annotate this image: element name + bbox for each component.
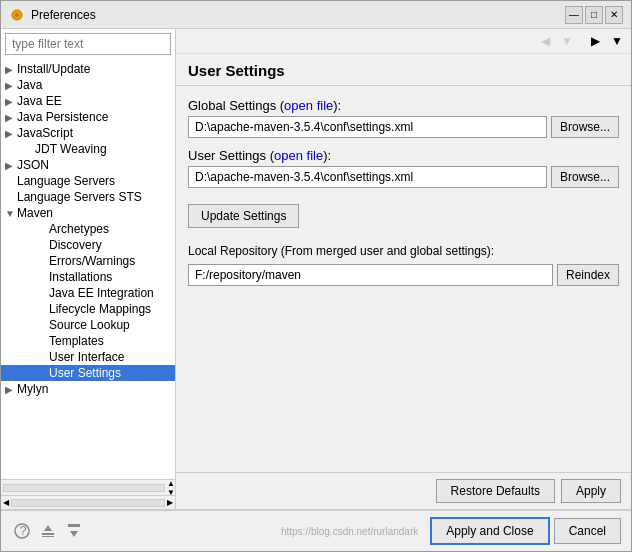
svg-marker-6 — [44, 525, 52, 531]
title-bar: Preferences — □ ✕ — [1, 1, 631, 29]
svg-rect-4 — [42, 533, 54, 535]
scroll-left[interactable]: ◀ — [1, 498, 11, 507]
sidebar-item-label: Java — [17, 78, 42, 92]
right-panel: ◀ ▼ ▶ ▼ User Settings Global Settings (o… — [176, 29, 631, 509]
sidebar-item-installations[interactable]: Installations — [1, 269, 175, 285]
sidebar-item-label: Mylyn — [17, 382, 48, 396]
svg-rect-7 — [68, 525, 80, 527]
sidebar-item-label: JavaScript — [17, 126, 73, 140]
sidebar-item-java-persistence[interactable]: ▶ Java Persistence — [1, 109, 175, 125]
url-hint: https://blog.csdn.net/rurlandark — [217, 526, 427, 537]
sidebar-item-label: Errors/Warnings — [49, 254, 135, 268]
sidebar-item-label: Templates — [49, 334, 104, 348]
window-icon — [9, 7, 25, 23]
svg-marker-9 — [70, 531, 78, 537]
svg-rect-8 — [68, 524, 80, 525]
sidebar-item-java-ee-integration[interactable]: Java EE Integration — [1, 285, 175, 301]
apply-close-button[interactable]: Apply and Close — [430, 517, 549, 545]
sidebar-item-discovery[interactable]: Discovery — [1, 237, 175, 253]
sidebar-item-user-interface[interactable]: User Interface — [1, 349, 175, 365]
export-icon[interactable] — [37, 520, 59, 542]
local-repo-section: Local Repository (From merged user and g… — [188, 244, 619, 286]
sidebar-item-java-ee[interactable]: ▶ Java EE — [1, 93, 175, 109]
window-title: Preferences — [31, 8, 565, 22]
import-icon[interactable] — [63, 520, 85, 542]
sidebar-item-label: Language Servers STS — [17, 190, 142, 204]
local-repo-input[interactable] — [188, 264, 553, 286]
sidebar-item-label: JSON — [17, 158, 49, 172]
user-settings-label: User Settings (open file): — [188, 148, 619, 163]
sidebar-item-label: Java Persistence — [17, 110, 108, 124]
user-settings-group: User Settings (open file): Browse... — [188, 148, 619, 188]
filter-input[interactable] — [5, 33, 171, 55]
dropdown-button[interactable]: ▼ — [557, 31, 577, 51]
svg-rect-5 — [42, 536, 54, 537]
user-settings-link[interactable]: open file — [274, 148, 323, 163]
svg-point-1 — [15, 13, 19, 17]
sidebar-item-label: Java EE Integration — [49, 286, 154, 300]
restore-defaults-button[interactable]: Restore Defaults — [436, 479, 555, 503]
forward-button[interactable]: ▶ — [585, 31, 605, 51]
bottom-bar: ? https://blog.csdn.net/rurlandark Apply — [1, 509, 631, 551]
sidebar-item-archetypes[interactable]: Archetypes — [1, 221, 175, 237]
sidebar-item-install-update[interactable]: ▶ Install/Update — [1, 61, 175, 77]
arrow-icon: ▶ — [5, 384, 17, 395]
sidebar-item-maven[interactable]: ▼ Maven — [1, 205, 175, 221]
sidebar-item-lifecycle-mappings[interactable]: Lifecycle Mappings — [1, 301, 175, 317]
sidebar-item-errors-warnings[interactable]: Errors/Warnings — [1, 253, 175, 269]
forward-dropdown-button[interactable]: ▼ — [607, 31, 627, 51]
back-button[interactable]: ◀ — [535, 31, 555, 51]
window-controls: — □ ✕ — [565, 6, 623, 24]
scroll-up[interactable]: ▲ — [167, 479, 175, 488]
global-settings-link[interactable]: open file — [284, 98, 333, 113]
reindex-button[interactable]: Reindex — [557, 264, 619, 286]
local-repo-label: Local Repository (From merged user and g… — [188, 244, 619, 258]
cancel-button[interactable]: Cancel — [554, 518, 621, 544]
sidebar-item-templates[interactable]: Templates — [1, 333, 175, 349]
sidebar-item-language-servers[interactable]: Language Servers — [1, 173, 175, 189]
sidebar-item-user-settings[interactable]: User Settings — [1, 365, 175, 381]
arrow-icon: ▼ — [5, 208, 17, 219]
sidebar-item-label: Discovery — [49, 238, 102, 252]
sidebar-item-mylyn[interactable]: ▶ Mylyn — [1, 381, 175, 397]
user-settings-browse-button[interactable]: Browse... — [551, 166, 619, 188]
arrow-icon: ▶ — [5, 80, 17, 91]
arrow-icon: ▶ — [5, 64, 17, 75]
minimize-button[interactable]: — — [565, 6, 583, 24]
arrow-icon: ▶ — [5, 128, 17, 139]
sidebar-item-javascript[interactable]: ▶ JavaScript — [1, 125, 175, 141]
sidebar-item-label: Java EE — [17, 94, 62, 108]
sidebar-item-json[interactable]: ▶ JSON — [1, 157, 175, 173]
sidebar-item-label: User Interface — [49, 350, 124, 364]
panel-actions: Restore Defaults Apply — [176, 472, 631, 509]
global-settings-input[interactable] — [188, 116, 547, 138]
sidebar-item-label: Archetypes — [49, 222, 109, 236]
update-settings-button[interactable]: Update Settings — [188, 204, 299, 228]
global-settings-browse-button[interactable]: Browse... — [551, 116, 619, 138]
sidebar-item-source-lookup[interactable]: Source Lookup — [1, 317, 175, 333]
global-settings-row: Browse... — [188, 116, 619, 138]
sidebar-item-label: Lifecycle Mappings — [49, 302, 151, 316]
sidebar-item-label: JDT Weaving — [35, 142, 107, 156]
sidebar-item-label: Installations — [49, 270, 112, 284]
user-settings-input[interactable] — [188, 166, 547, 188]
preferences-window: Preferences — □ ✕ ▶ Install/Update ▶ Jav… — [0, 0, 632, 552]
maximize-button[interactable]: □ — [585, 6, 603, 24]
help-icon[interactable]: ? — [11, 520, 33, 542]
sidebar-item-language-servers-sts[interactable]: Language Servers STS — [1, 189, 175, 205]
sidebar-item-java[interactable]: ▶ Java — [1, 77, 175, 93]
apply-button[interactable]: Apply — [561, 479, 621, 503]
sidebar: ▶ Install/Update ▶ Java ▶ Java EE ▶ Java… — [1, 29, 176, 509]
close-button[interactable]: ✕ — [605, 6, 623, 24]
arrow-icon: ▶ — [5, 112, 17, 123]
sidebar-item-jdt-weaving[interactable]: JDT Weaving — [1, 141, 175, 157]
sidebar-item-label: Install/Update — [17, 62, 90, 76]
arrow-icon: ▶ — [5, 160, 17, 171]
user-settings-row: Browse... — [188, 166, 619, 188]
sidebar-item-label: Maven — [17, 206, 53, 220]
main-content: ▶ Install/Update ▶ Java ▶ Java EE ▶ Java… — [1, 29, 631, 509]
scroll-right[interactable]: ▶ — [165, 498, 175, 507]
panel-content: Global Settings (open file): Browse... U… — [176, 86, 631, 472]
global-settings-label: Global Settings (open file): — [188, 98, 619, 113]
panel-title: User Settings — [176, 54, 631, 86]
